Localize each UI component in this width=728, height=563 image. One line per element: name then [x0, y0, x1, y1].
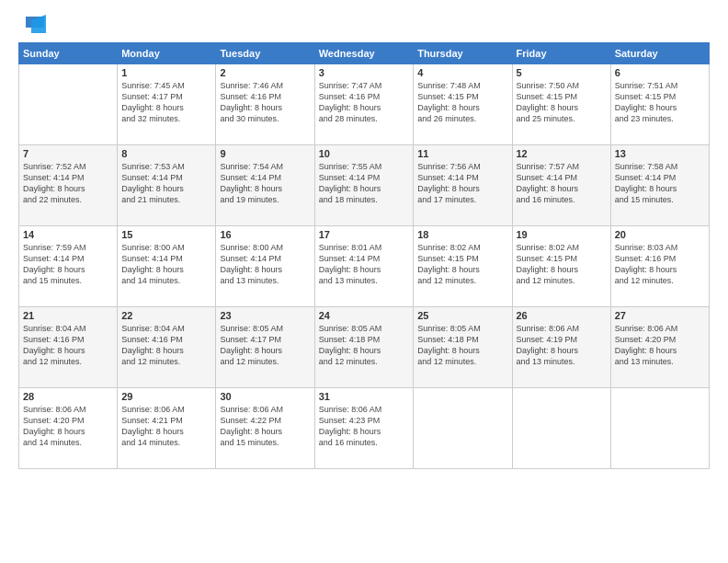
day-number: 7 — [23, 148, 113, 159]
week-row-3: 21Sunrise: 8:04 AM Sunset: 4:16 PM Dayli… — [19, 307, 710, 388]
calendar-header: SundayMondayTuesdayWednesdayThursdayFrid… — [19, 43, 710, 64]
day-number: 26 — [517, 310, 607, 321]
day-number: 3 — [319, 67, 409, 78]
day-info: Sunrise: 8:06 AM Sunset: 4:23 PM Dayligh… — [319, 404, 409, 449]
day-number: 2 — [220, 67, 310, 78]
header — [18, 15, 710, 35]
day-info: Sunrise: 7:45 AM Sunset: 4:17 PM Dayligh… — [121, 80, 211, 125]
day-info: Sunrise: 8:06 AM Sunset: 4:20 PM Dayligh… — [23, 404, 113, 449]
day-cell — [19, 64, 118, 145]
day-number: 6 — [615, 67, 705, 78]
day-number: 8 — [121, 148, 211, 159]
day-info: Sunrise: 8:03 AM Sunset: 4:16 PM Dayligh… — [615, 242, 705, 287]
day-info: Sunrise: 7:47 AM Sunset: 4:16 PM Dayligh… — [319, 80, 409, 125]
day-info: Sunrise: 8:01 AM Sunset: 4:14 PM Dayligh… — [319, 242, 409, 287]
day-number: 21 — [23, 310, 113, 321]
day-info: Sunrise: 8:05 AM Sunset: 4:18 PM Dayligh… — [417, 323, 507, 368]
day-cell: 7Sunrise: 7:52 AM Sunset: 4:14 PM Daylig… — [19, 145, 118, 226]
day-cell: 6Sunrise: 7:51 AM Sunset: 4:15 PM Daylig… — [610, 64, 709, 145]
day-number: 18 — [417, 229, 507, 240]
header-cell-saturday: Saturday — [610, 43, 709, 64]
day-cell: 19Sunrise: 8:02 AM Sunset: 4:15 PM Dayli… — [512, 226, 610, 307]
day-number: 25 — [417, 310, 507, 321]
day-number: 14 — [23, 229, 113, 240]
header-cell-tuesday: Tuesday — [216, 43, 314, 64]
day-info: Sunrise: 8:00 AM Sunset: 4:14 PM Dayligh… — [220, 242, 310, 287]
header-cell-monday: Monday — [118, 43, 216, 64]
day-number: 11 — [417, 148, 507, 159]
day-number: 15 — [121, 229, 211, 240]
day-cell — [512, 388, 610, 469]
day-cell: 4Sunrise: 7:48 AM Sunset: 4:15 PM Daylig… — [414, 64, 512, 145]
week-row-2: 14Sunrise: 7:59 AM Sunset: 4:14 PM Dayli… — [19, 226, 710, 307]
day-cell: 15Sunrise: 8:00 AM Sunset: 4:14 PM Dayli… — [118, 226, 216, 307]
day-number: 28 — [23, 391, 113, 402]
day-number: 22 — [121, 310, 211, 321]
day-info: Sunrise: 7:54 AM Sunset: 4:14 PM Dayligh… — [220, 161, 310, 206]
day-number: 16 — [220, 229, 310, 240]
day-info: Sunrise: 7:52 AM Sunset: 4:14 PM Dayligh… — [23, 161, 113, 206]
day-number: 23 — [220, 310, 310, 321]
day-info: Sunrise: 7:53 AM Sunset: 4:14 PM Dayligh… — [121, 161, 211, 206]
logo-icon — [18, 15, 46, 35]
week-row-1: 7Sunrise: 7:52 AM Sunset: 4:14 PM Daylig… — [19, 145, 710, 226]
day-cell: 20Sunrise: 8:03 AM Sunset: 4:16 PM Dayli… — [610, 226, 709, 307]
day-number: 27 — [615, 310, 705, 321]
day-number: 12 — [517, 148, 607, 159]
header-cell-wednesday: Wednesday — [314, 43, 413, 64]
calendar-body: 1Sunrise: 7:45 AM Sunset: 4:17 PM Daylig… — [19, 64, 710, 469]
day-cell: 3Sunrise: 7:47 AM Sunset: 4:16 PM Daylig… — [314, 64, 413, 145]
day-number: 24 — [319, 310, 409, 321]
day-cell: 22Sunrise: 8:04 AM Sunset: 4:16 PM Dayli… — [118, 307, 216, 388]
day-cell: 17Sunrise: 8:01 AM Sunset: 4:14 PM Dayli… — [314, 226, 413, 307]
day-number: 4 — [417, 67, 507, 78]
day-info: Sunrise: 7:56 AM Sunset: 4:14 PM Dayligh… — [417, 161, 507, 206]
day-info: Sunrise: 8:06 AM Sunset: 4:20 PM Dayligh… — [615, 323, 705, 368]
day-cell: 9Sunrise: 7:54 AM Sunset: 4:14 PM Daylig… — [216, 145, 314, 226]
day-number: 10 — [319, 148, 409, 159]
day-info: Sunrise: 8:06 AM Sunset: 4:22 PM Dayligh… — [220, 404, 310, 449]
day-number: 17 — [319, 229, 409, 240]
day-info: Sunrise: 8:04 AM Sunset: 4:16 PM Dayligh… — [23, 323, 113, 368]
day-cell: 30Sunrise: 8:06 AM Sunset: 4:22 PM Dayli… — [216, 388, 314, 469]
day-info: Sunrise: 7:55 AM Sunset: 4:14 PM Dayligh… — [319, 161, 409, 206]
day-cell — [414, 388, 512, 469]
day-info: Sunrise: 7:48 AM Sunset: 4:15 PM Dayligh… — [417, 80, 507, 125]
week-row-0: 1Sunrise: 7:45 AM Sunset: 4:17 PM Daylig… — [19, 64, 710, 145]
day-cell: 18Sunrise: 8:02 AM Sunset: 4:15 PM Dayli… — [414, 226, 512, 307]
day-info: Sunrise: 7:58 AM Sunset: 4:14 PM Dayligh… — [615, 161, 705, 206]
day-cell — [610, 388, 709, 469]
calendar: SundayMondayTuesdayWednesdayThursdayFrid… — [18, 42, 710, 469]
day-cell: 27Sunrise: 8:06 AM Sunset: 4:20 PM Dayli… — [610, 307, 709, 388]
day-cell: 5Sunrise: 7:50 AM Sunset: 4:15 PM Daylig… — [512, 64, 610, 145]
day-cell: 11Sunrise: 7:56 AM Sunset: 4:14 PM Dayli… — [414, 145, 512, 226]
header-row: SundayMondayTuesdayWednesdayThursdayFrid… — [19, 43, 710, 64]
day-info: Sunrise: 7:46 AM Sunset: 4:16 PM Dayligh… — [220, 80, 310, 125]
day-number: 5 — [517, 67, 607, 78]
day-number: 9 — [220, 148, 310, 159]
day-number: 29 — [121, 391, 211, 402]
day-info: Sunrise: 8:00 AM Sunset: 4:14 PM Dayligh… — [121, 242, 211, 287]
day-info: Sunrise: 8:05 AM Sunset: 4:18 PM Dayligh… — [319, 323, 409, 368]
day-info: Sunrise: 8:05 AM Sunset: 4:17 PM Dayligh… — [220, 323, 310, 368]
day-cell: 12Sunrise: 7:57 AM Sunset: 4:14 PM Dayli… — [512, 145, 610, 226]
day-cell: 8Sunrise: 7:53 AM Sunset: 4:14 PM Daylig… — [118, 145, 216, 226]
day-info: Sunrise: 7:59 AM Sunset: 4:14 PM Dayligh… — [23, 242, 113, 287]
logo — [18, 15, 46, 35]
day-info: Sunrise: 8:02 AM Sunset: 4:15 PM Dayligh… — [417, 242, 507, 287]
day-cell: 13Sunrise: 7:58 AM Sunset: 4:14 PM Dayli… — [610, 145, 709, 226]
day-info: Sunrise: 8:06 AM Sunset: 4:19 PM Dayligh… — [517, 323, 607, 368]
day-number: 19 — [517, 229, 607, 240]
header-cell-sunday: Sunday — [19, 43, 118, 64]
day-cell: 16Sunrise: 8:00 AM Sunset: 4:14 PM Dayli… — [216, 226, 314, 307]
day-info: Sunrise: 7:51 AM Sunset: 4:15 PM Dayligh… — [615, 80, 705, 125]
day-number: 20 — [615, 229, 705, 240]
week-row-4: 28Sunrise: 8:06 AM Sunset: 4:20 PM Dayli… — [19, 388, 710, 469]
day-info: Sunrise: 8:06 AM Sunset: 4:21 PM Dayligh… — [121, 404, 211, 449]
day-cell: 25Sunrise: 8:05 AM Sunset: 4:18 PM Dayli… — [414, 307, 512, 388]
day-number: 31 — [319, 391, 409, 402]
day-info: Sunrise: 7:57 AM Sunset: 4:14 PM Dayligh… — [517, 161, 607, 206]
day-cell: 21Sunrise: 8:04 AM Sunset: 4:16 PM Dayli… — [19, 307, 118, 388]
day-number: 30 — [220, 391, 310, 402]
day-cell: 26Sunrise: 8:06 AM Sunset: 4:19 PM Dayli… — [512, 307, 610, 388]
